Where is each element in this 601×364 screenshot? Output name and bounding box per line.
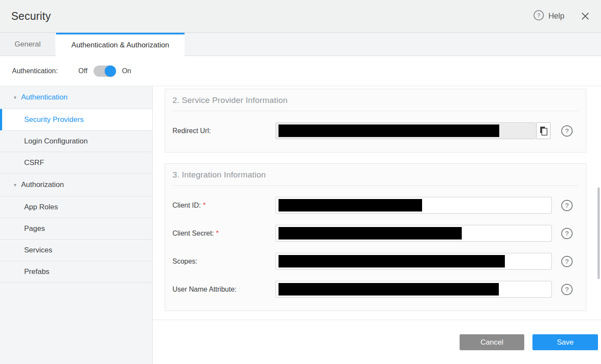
security-dialog: Security ? Help General Authent [0,0,601,364]
dialog-footer: Cancel Save [153,320,601,364]
redacted-value [279,227,462,240]
tab-bar: General Authentication & Authorization [0,33,601,56]
field-row-scopes: Scopes: ? [172,253,579,270]
client-secret-label: Client Secret:* [172,230,275,237]
authentication-switch[interactable] [94,65,116,77]
page-title: Security [11,10,51,22]
save-button[interactable]: Save [532,334,598,350]
user-name-attribute-help-icon[interactable]: ? [561,283,573,296]
sidebar-item-security-providers[interactable]: Security Providers [0,109,152,131]
copy-icon[interactable] [536,122,551,139]
sidebar-group-label: Authentication [21,93,68,102]
required-asterisk: * [216,230,219,237]
sidebar-group-authorization[interactable]: ▼ Authorization [0,174,152,196]
section-integration-information: 3. Integration Information Client ID:* ? [165,163,586,311]
tab-authentication-authorization[interactable]: Authentication & Authorization [56,33,185,56]
redacted-value [279,199,422,212]
sidebar-item-services[interactable]: Services [0,240,152,261]
dialog-body: ▼ Authentication Security Providers Logi… [0,86,601,364]
client-id-input[interactable] [275,197,552,214]
section-title: 3. Integration Information [172,170,579,180]
section-service-provider-information: 2. Service Provider Information Redirect… [165,89,586,152]
chevron-down-icon: ▼ [13,95,17,100]
svg-text:?: ? [565,286,569,293]
sidebar-item-app-roles[interactable]: App Roles [0,196,152,218]
sidebar-group-authentication[interactable]: ▼ Authentication [0,86,152,109]
redacted-value [279,283,499,296]
redirect-url-label: Redirect Url: [172,127,275,135]
svg-text:?: ? [565,230,569,237]
svg-text:?: ? [565,258,569,265]
section-title: 2. Service Provider Information [172,96,579,105]
chevron-down-icon: ▼ [13,183,17,187]
scopes-help-icon[interactable]: ? [561,255,573,268]
authentication-toggle-row: Authentication: Off On [0,56,601,86]
redacted-value [279,124,499,137]
client-id-help-icon[interactable]: ? [561,199,573,212]
field-row-client-id: Client ID:* ? [172,197,579,214]
scopes-input[interactable] [275,253,552,270]
client-id-label: Client ID:* [172,202,275,209]
authentication-toggle-label: Authentication: [12,67,58,75]
user-name-attribute-label: User Name Attribute: [172,286,275,293]
sidebar-item-csrf[interactable]: CSRF [0,152,152,174]
section-divider [172,185,579,186]
user-name-attribute-input[interactable] [275,281,552,298]
switch-knob [105,65,116,77]
svg-text:?: ? [565,202,569,209]
help-circle-icon: ? [533,10,544,22]
cancel-button[interactable]: Cancel [460,334,524,350]
close-icon[interactable] [581,12,590,21]
required-asterisk: * [203,202,206,209]
sidebar-item-pages[interactable]: Pages [0,218,152,240]
redirect-url-input-group [275,122,552,139]
settings-sidebar: ▼ Authentication Security Providers Logi… [0,86,153,364]
toggle-on-label: On [122,67,131,75]
help-label: Help [548,12,564,21]
tab-general[interactable]: General [0,33,56,56]
svg-text:?: ? [537,12,541,19]
svg-text:?: ? [565,127,569,134]
scrollbar[interactable] [598,187,600,279]
dialog-header: Security ? Help [0,0,601,33]
scopes-label: Scopes: [172,258,275,265]
sidebar-item-prefabs[interactable]: Prefabs [0,261,152,283]
help-button[interactable]: ? Help [533,10,564,22]
field-row-client-secret: Client Secret:* ? [172,225,579,242]
redirect-url-input[interactable] [275,122,535,139]
redirect-url-help-icon[interactable]: ? [561,125,573,137]
toggle-off-label: Off [78,67,88,75]
field-row-user-name-attribute: User Name Attribute: ? [172,281,579,298]
client-secret-help-icon[interactable]: ? [561,227,573,240]
sidebar-group-label: Authorization [21,180,64,189]
field-row-redirect-url: Redirect Url: [172,122,579,139]
section-divider [172,111,579,111]
redacted-value [279,255,505,268]
header-actions: ? Help [533,10,590,22]
provider-form-scroll-area: 2. Service Provider Information Redirect… [153,86,601,320]
sidebar-item-login-configuration[interactable]: Login Configuration [0,131,152,152]
client-secret-input[interactable] [275,225,552,242]
main-panel: 2. Service Provider Information Redirect… [153,86,601,364]
